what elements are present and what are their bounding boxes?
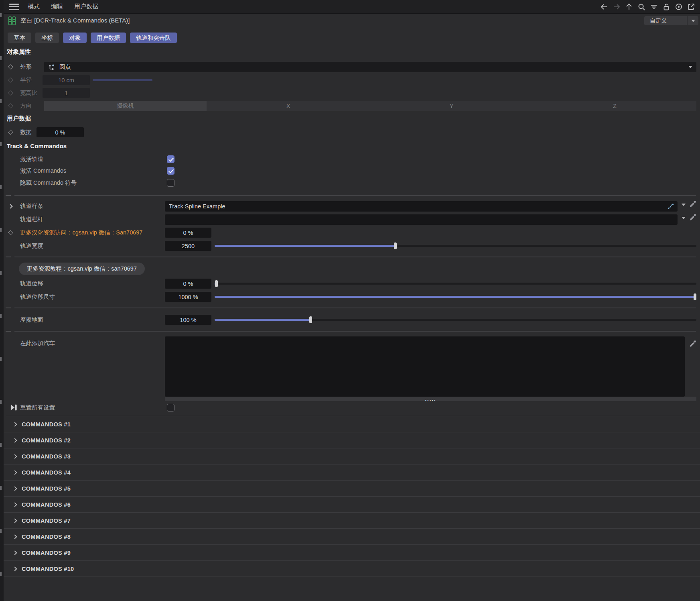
menu-items: 模式 编辑 用户数据 [28,3,98,10]
expand-chevron-icon [12,454,17,458]
promo-field[interactable]: 0 % [165,228,211,238]
data-field[interactable]: 0 % [37,127,84,137]
keyframe-diamond-icon[interactable] [8,130,13,135]
chevron-down-icon[interactable] [682,217,686,219]
list-resize-handle[interactable]: ..... [165,397,696,401]
tab-basic[interactable]: 基本 [8,33,31,43]
reset-all-label: 重置所有设置 [20,404,55,412]
keyframe-diamond-icon[interactable] [8,103,13,108]
commandos-group-label: COMMANDOS #8 [22,534,71,540]
slider-handle[interactable] [215,280,218,287]
hamburger-icon[interactable] [9,4,19,10]
tab-label: 用户数据 [97,34,120,42]
menu-item-edit[interactable]: 编辑 [51,3,63,10]
panel-splitter[interactable] [0,0,4,601]
activate-commandos-checkbox[interactable] [167,167,174,175]
group-divider [14,331,696,332]
commandos-group-9[interactable]: COMMANDOS #9 [4,545,700,561]
keyframe-diamond-icon[interactable] [8,77,13,83]
hide-commando-checkbox[interactable] [167,179,174,187]
activate-track-checkbox[interactable] [167,155,174,163]
aspect-field[interactable]: 1 [43,88,90,98]
shape-label: 外形 [20,63,32,71]
track-spline-field[interactable]: Track Spline Example [165,201,678,212]
expand-chevron-icon [12,534,17,539]
row-reset-all: 重置所有设置 [4,401,696,414]
friction-slider[interactable] [215,316,696,323]
keyframe-diamond-icon[interactable] [8,90,13,96]
slider-track [93,79,696,81]
eyedropper-icon[interactable] [688,213,697,222]
track-width-field[interactable]: 2500 [165,241,211,251]
track-offset-label: 轨道位移 [20,280,43,287]
preset-button[interactable]: 自定义 [644,16,687,25]
row-direction: 方向 摄像机 X Y Z [4,99,696,112]
activate-commandos-label: 激活 Commandos [20,167,66,175]
section-track-commandos: Track & Commandos [4,140,696,152]
commandos-group-7[interactable]: COMMANDOS #7 [4,513,700,529]
filter-icon[interactable] [650,3,658,11]
radius-slider[interactable] [93,77,696,84]
commandos-group-4[interactable]: COMMANDOS #4 [4,465,700,481]
commandos-group-2[interactable]: COMMANDOS #2 [4,432,700,448]
commandos-group-label: COMMANDOS #5 [22,485,71,492]
nav-icons [600,0,695,14]
commandos-group-6[interactable]: COMMANDOS #6 [4,497,700,513]
track-offset-slider[interactable] [215,280,696,287]
tab-user-data[interactable]: 用户数据 [91,33,126,43]
tab-label: 坐标 [41,34,53,42]
commandos-group-label: COMMANDOS #2 [22,437,71,444]
keyframe-diamond-icon[interactable] [8,230,13,235]
radius-field[interactable]: 10 cm [43,75,90,85]
tab-object[interactable]: 对象 [63,33,87,43]
eyedropper-icon[interactable] [688,340,697,348]
direction-strip: 摄像机 X Y Z [44,101,696,111]
enum-cycle-icon [47,63,55,71]
track-offset-field[interactable]: 0 % [165,279,211,289]
forward-arrow-icon[interactable] [613,3,621,11]
preset-caret-button[interactable] [688,16,698,25]
friction-field[interactable]: 100 % [165,315,211,325]
commandos-group-10[interactable]: COMMANDOS #10 [4,561,700,577]
tab-coordinates[interactable]: 坐标 [35,33,59,43]
commandos-group-1[interactable]: COMMANDOS #1 [4,416,700,432]
track-offset-size-slider[interactable] [215,293,696,300]
menu-item-userdata[interactable]: 用户数据 [74,3,98,10]
up-arrow-icon[interactable] [625,3,633,11]
slider-handle[interactable] [394,242,397,249]
shape-dropdown[interactable]: 圆点 [44,62,696,72]
track-offset-size-field[interactable]: 1000 % [165,292,211,302]
slider-fill [93,79,152,81]
add-car-dropzone[interactable] [165,336,685,397]
reset-all-checkbox[interactable] [167,404,174,412]
menu-item-mode[interactable]: 模式 [28,3,40,10]
slider-handle[interactable] [309,316,312,323]
row-resize-strip: ..... [4,397,696,401]
button-command-icon[interactable] [10,403,18,412]
row-friction: 摩擦地面 100 % [4,313,696,326]
row-track-rail: 轨道栏杆 [4,213,696,226]
keyframe-diamond-icon[interactable] [8,64,13,69]
drag-dots: ..... [425,398,436,400]
search-icon[interactable] [637,3,645,11]
chevron-down-icon[interactable] [682,204,686,206]
track-width-label: 轨道宽度 [20,242,43,250]
direction-label: 方向 [20,102,32,110]
export-icon[interactable] [687,3,695,11]
lock-open-icon[interactable] [662,3,670,11]
back-arrow-icon[interactable] [600,3,608,11]
slider-handle[interactable] [694,293,696,300]
expand-chevron-icon[interactable] [8,204,12,208]
track-width-slider[interactable] [215,242,696,249]
slider-fill [215,296,696,298]
track-rail-field[interactable] [165,214,678,225]
commandos-group-3[interactable]: COMMANDOS #3 [4,448,700,465]
record-icon[interactable] [675,3,683,11]
commandos-group-5[interactable]: COMMANDOS #5 [4,481,700,497]
tab-label: 对象 [69,34,81,42]
tab-track-commandos[interactable]: 轨道和突击队 [130,33,177,43]
eyedropper-icon[interactable] [688,200,697,209]
direction-camera-button[interactable]: 摄像机 [44,101,207,111]
commandos-group-label: COMMANDOS #9 [22,550,71,556]
commandos-group-8[interactable]: COMMANDOS #8 [4,529,700,545]
